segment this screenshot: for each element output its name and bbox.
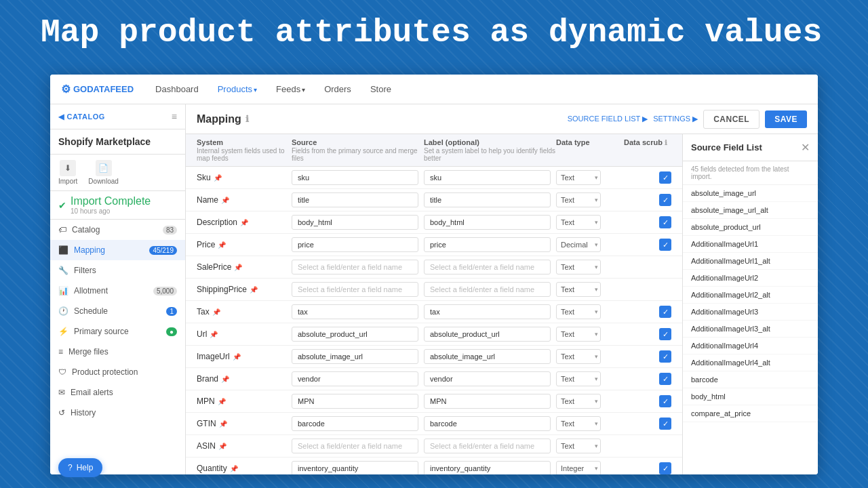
sidebar-item-email-alerts[interactable]: ✉ Email alerts (50, 382, 185, 403)
sfp-item[interactable]: absolute_product_url (683, 219, 818, 236)
label-input-0[interactable] (424, 170, 551, 185)
data-type-dropdown-11[interactable]: Text Decimal Integer (556, 416, 601, 431)
sfp-close-button[interactable]: ✕ (801, 141, 810, 154)
data-type-dropdown-13[interactable]: Text Decimal Integer (556, 461, 601, 474)
source-input-3[interactable] (292, 237, 418, 252)
sfp-item[interactable]: compare_at_price (683, 405, 818, 422)
field-pin-icon-4[interactable]: 📌 (234, 264, 242, 271)
source-input-10[interactable] (292, 394, 418, 409)
data-type-dropdown-10[interactable]: Text Decimal Integer (556, 394, 601, 409)
mapping-info-icon[interactable]: ℹ (245, 114, 249, 124)
sfp-item[interactable]: AdditionalImageUrl1_alt (683, 253, 818, 270)
label-input-8[interactable] (424, 349, 551, 364)
sidebar-item-filters[interactable]: 🔧 Filters (50, 260, 185, 281)
data-scrub-checkbox-1[interactable]: ✓ (659, 194, 671, 206)
sidebar-item-catalog[interactable]: 🏷 Catalog 83 (50, 220, 185, 240)
sfp-item[interactable]: barcode (683, 371, 818, 388)
save-button[interactable]: SAVE (765, 110, 807, 128)
data-type-dropdown-7[interactable]: Text Decimal Integer (556, 327, 601, 342)
field-pin-icon-7[interactable]: 📌 (210, 331, 218, 338)
source-input-12[interactable] (292, 439, 418, 453)
label-input-11[interactable] (424, 416, 551, 431)
field-pin-icon-1[interactable]: 📌 (221, 197, 229, 204)
data-scrub-checkbox-0[interactable]: ✓ (659, 171, 671, 184)
sidebar-item-mapping[interactable]: ⬛ Mapping 45/219 (50, 240, 185, 260)
field-pin-icon-9[interactable]: 📌 (221, 375, 229, 383)
sfp-item[interactable]: AdditionalImageUrl3_alt (683, 321, 818, 338)
sidebar-download-button[interactable]: 📄 Download (88, 160, 118, 185)
source-input-0[interactable] (292, 170, 418, 185)
sfp-item[interactable]: AdditionalImageUrl2 (683, 270, 818, 287)
source-input-11[interactable] (292, 416, 418, 431)
sfp-item[interactable]: absolute_image_url (683, 185, 818, 202)
field-pin-icon-8[interactable]: 📌 (233, 353, 241, 361)
sidebar-item-primary-source[interactable]: ⚡ Primary source ● (50, 321, 185, 342)
data-scrub-checkbox-9[interactable]: ✓ (659, 373, 671, 385)
field-pin-icon-11[interactable]: 📌 (219, 420, 227, 428)
label-input-7[interactable] (424, 327, 551, 342)
data-type-dropdown-4[interactable]: Text Decimal Integer (556, 260, 601, 274)
source-input-13[interactable] (292, 461, 418, 474)
source-input-1[interactable] (292, 192, 418, 207)
label-input-13[interactable] (424, 461, 551, 474)
label-input-3[interactable] (424, 237, 551, 252)
data-type-dropdown-3[interactable]: Text Decimal Integer (556, 237, 601, 252)
sidebar-item-merge-files[interactable]: ≡ Merge files (50, 342, 185, 362)
source-input-5[interactable] (292, 282, 418, 297)
label-input-2[interactable] (424, 215, 551, 230)
sidebar-item-schedule[interactable]: 🕐 Schedule 1 (50, 301, 185, 321)
help-button[interactable]: ? Help (58, 458, 102, 477)
sfp-item[interactable]: body_html (683, 388, 818, 405)
source-input-6[interactable] (292, 304, 418, 319)
nav-item-feeds[interactable]: Feeds▾ (268, 80, 313, 98)
data-scrub-checkbox-2[interactable]: ✓ (659, 216, 671, 228)
sidebar-item-product-protection[interactable]: 🛡 Product protection (50, 362, 185, 382)
label-input-12[interactable] (424, 439, 551, 453)
data-scrub-checkbox-3[interactable]: ✓ (659, 239, 671, 251)
settings-button[interactable]: SETTINGS ▶ (653, 115, 698, 123)
data-type-dropdown-2[interactable]: Text Decimal Integer (556, 215, 601, 230)
data-type-dropdown-5[interactable]: Text Decimal Integer (556, 282, 601, 297)
source-input-9[interactable] (292, 371, 418, 386)
data-scrub-checkbox-6[interactable]: ✓ (659, 306, 671, 318)
sfp-item[interactable]: AdditionalImageUrl4 (683, 338, 818, 354)
label-input-1[interactable] (424, 192, 551, 207)
source-input-8[interactable] (292, 349, 418, 364)
field-pin-icon-10[interactable]: 📌 (218, 398, 226, 405)
sidebar-import-button[interactable]: ⬇ Import (58, 160, 77, 185)
field-pin-icon-3[interactable]: 📌 (218, 241, 226, 249)
sfp-item[interactable]: AdditionalImageUrl1 (683, 236, 818, 253)
field-pin-icon-6[interactable]: 📌 (212, 308, 220, 316)
field-pin-icon-13[interactable]: 📌 (230, 465, 238, 472)
source-input-7[interactable] (292, 327, 418, 342)
label-input-10[interactable] (424, 394, 551, 409)
sidebar-menu-icon[interactable]: ≡ (172, 111, 177, 122)
nav-item-dashboard[interactable]: Dashboard (147, 80, 207, 98)
source-field-list-button[interactable]: SOURCE FIELD LIST ▶ (568, 115, 648, 123)
data-type-dropdown-6[interactable]: Text Decimal Integer (556, 304, 601, 319)
sidebar-item-allotment[interactable]: 📊 Allotment 5,000 (50, 281, 185, 301)
label-input-4[interactable] (424, 260, 551, 274)
data-scrub-checkbox-11[interactable]: ✓ (659, 418, 671, 430)
sidebar-item-history[interactable]: ↺ History (50, 403, 185, 423)
data-scrub-checkbox-7[interactable]: ✓ (659, 328, 671, 340)
nav-item-store[interactable]: Store (362, 80, 399, 98)
label-input-6[interactable] (424, 304, 551, 319)
nav-item-orders[interactable]: Orders (316, 80, 359, 98)
data-scrub-checkbox-10[interactable]: ✓ (659, 395, 671, 407)
sfp-item[interactable]: AdditionalImageUrl3 (683, 304, 818, 321)
label-input-9[interactable] (424, 371, 551, 386)
data-scrub-checkbox-13[interactable]: ✓ (659, 462, 671, 474)
sidebar-back-button[interactable]: ◀ CATALOG (58, 113, 105, 121)
source-input-4[interactable] (292, 260, 418, 274)
cancel-button[interactable]: CANCEL (703, 110, 760, 129)
nav-item-products[interactable]: Products▾ (210, 80, 265, 98)
sfp-item[interactable]: AdditionalImageUrl4_alt (683, 354, 818, 371)
field-pin-icon-5[interactable]: 📌 (250, 286, 258, 293)
data-type-dropdown-12[interactable]: Text Decimal Integer (556, 439, 601, 453)
data-type-dropdown-8[interactable]: Text Decimal Integer (556, 349, 601, 364)
field-pin-icon-0[interactable]: 📌 (214, 174, 222, 182)
data-type-dropdown-1[interactable]: Text Decimal Integer (556, 192, 601, 207)
sfp-item[interactable]: AdditionalImageUrl2_alt (683, 287, 818, 304)
sfp-item[interactable]: absolute_image_url_alt (683, 202, 818, 219)
